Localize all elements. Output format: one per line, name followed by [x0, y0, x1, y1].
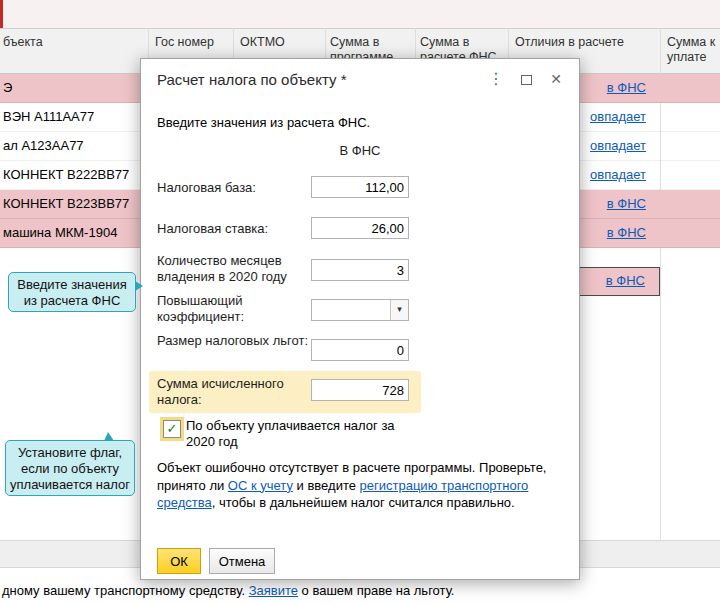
callout-text: Установите флаг, [8, 445, 132, 461]
tax-paid-checkbox-label: По объекту уплачивается налог за 2020 го… [186, 418, 416, 450]
column-header-object[interactable]: бъекта [3, 35, 143, 50]
dialog-note: Объект ошибочно отсутствует в расчете пр… [157, 459, 551, 512]
callout-text: из расчета ФНС [11, 293, 133, 309]
bottom-note: дному вашему транспортному средству. Зая… [2, 583, 454, 598]
table-top-strip [0, 0, 720, 28]
field-label-tax-rate: Налоговая ставка: [157, 221, 309, 237]
row-marker-red-bar [0, 0, 3, 28]
field-label-tax-base: Налоговая база: [157, 180, 309, 196]
callout-set-flag: Установите флаг, если по объекту уплачив… [5, 440, 135, 496]
dialog-intro-text: Введите значения из расчета ФНС. [157, 115, 370, 130]
dialog-title: Расчет налога по объекту * [157, 71, 346, 88]
declare-benefit-link[interactable]: Заявите [249, 583, 298, 598]
field-label-calculated-tax: Сумма исчисленного налога: [157, 376, 309, 408]
tax-rate-input[interactable] [311, 217, 409, 239]
close-icon: ✕ [550, 71, 562, 87]
screen: бъекта Гос номер ОКТМО Сумма в программе… [0, 0, 720, 603]
callout-text: Введите значения [11, 277, 133, 293]
maximize-button[interactable] [515, 69, 537, 89]
diff-link[interactable]: в ФНС [607, 80, 646, 95]
dropdown-button[interactable]: ▾ [390, 300, 408, 320]
callout-pointer-icon [135, 281, 143, 291]
diff-link[interactable]: в ФНС [606, 273, 645, 288]
column-header-diff[interactable]: Отличия в расчете [515, 35, 655, 50]
fns-column-header: В ФНС [311, 143, 409, 158]
multiplier-combo: ▾ [311, 299, 409, 321]
chevron-down-icon: ▾ [397, 304, 402, 314]
column-header-sum-pay[interactable]: Сумма к уплате [667, 35, 717, 65]
field-label-benefits: Размер налоговых льгот: [157, 333, 309, 349]
object-cell: ВЭН А111АА77 [3, 103, 94, 131]
tax-base-input[interactable] [311, 176, 409, 198]
kebab-icon: ⋮ [488, 70, 504, 87]
close-button[interactable]: ✕ [545, 69, 567, 89]
column-header-oktmo[interactable]: ОКТМО [240, 35, 320, 50]
column-header-gos-nomer[interactable]: Гос номер [155, 35, 230, 50]
note-text: и введите [293, 478, 360, 493]
callout-enter-fns-values: Введите значения из расчета ФНС [8, 272, 136, 312]
object-cell: машина МКМ-1904 [3, 219, 117, 247]
object-cell: КОННЕКТ В222ВВ77 [3, 161, 129, 189]
os-accounting-link[interactable]: ОС к учету [228, 478, 293, 493]
multiplier-input[interactable] [312, 300, 390, 320]
checkmark-icon: ✓ [167, 421, 178, 436]
field-label-months-owned: Количество месяцев владения в 2020 году [157, 253, 309, 285]
diff-link[interactable]: овпадает [590, 109, 646, 124]
ok-button[interactable]: ОК [157, 548, 201, 574]
field-label-multiplier: Повышающий коэффициент: [157, 293, 309, 325]
dialog-tax-calculation: Расчет налога по объекту * ⋮ ✕ Введите з… [140, 58, 580, 580]
diff-link[interactable]: овпадает [590, 167, 646, 182]
diff-link[interactable]: в ФНС [607, 225, 646, 240]
bottom-note-text: о вашем праве на льготу. [298, 583, 454, 598]
cancel-button[interactable]: Отмена [209, 548, 275, 574]
tax-paid-checkbox[interactable]: ✓ [163, 420, 181, 438]
maximize-icon [521, 75, 532, 85]
callout-pointer-icon [104, 432, 114, 441]
diff-link[interactable]: в ФНС [607, 196, 646, 211]
bottom-note-text: дному вашему транспортному средству. [2, 583, 249, 598]
months-owned-input[interactable] [311, 259, 409, 281]
object-cell: Э [3, 74, 12, 102]
diff-link[interactable]: овпадает [590, 138, 646, 153]
note-text: , чтобы в дальнейшем налог считался прав… [212, 495, 515, 510]
benefits-input[interactable] [311, 339, 409, 361]
calculated-tax-input[interactable] [311, 379, 409, 401]
more-menu-button[interactable]: ⋮ [485, 69, 507, 89]
object-cell: ал А123АА77 [3, 132, 84, 160]
callout-text: уплачивается налог [8, 477, 132, 493]
callout-text: если по объекту [8, 461, 132, 477]
object-cell: КОННЕКТ В223ВВ77 [3, 190, 129, 218]
